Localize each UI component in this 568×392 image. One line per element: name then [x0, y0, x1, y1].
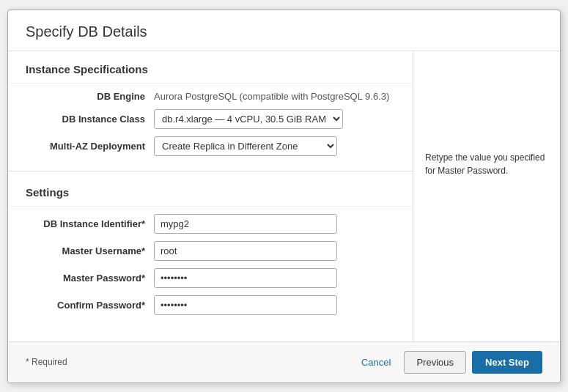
db-identifier-label: DB Instance Identifier*	[26, 218, 154, 229]
db-instance-class-select[interactable]: db.r4.xlarge — 4 vCPU, 30.5 GiB RAM	[154, 109, 343, 129]
footer-buttons: Cancel Previous Next Step	[354, 351, 542, 374]
confirm-password-label: Confirm Password*	[26, 300, 154, 311]
db-engine-row: DB Engine Aurora PostgreSQL (compatible …	[26, 91, 395, 102]
footer: * Required Cancel Previous Next Step	[8, 341, 560, 382]
master-password-row: Master Password*	[26, 268, 395, 288]
hint-text: Retype the value you specified for Maste…	[425, 63, 548, 177]
main-window: Specify DB Details Instance Specificatio…	[7, 10, 561, 383]
confirm-password-input[interactable]	[154, 295, 337, 315]
multi-az-select[interactable]: Create Replica in Different Zone	[154, 136, 337, 156]
confirm-password-row: Confirm Password*	[26, 295, 395, 315]
multi-az-label: Multi-AZ Deployment	[26, 141, 154, 152]
master-password-input[interactable]	[154, 268, 337, 288]
settings-form: DB Instance Identifier* Master Username*…	[8, 207, 413, 330]
next-step-button[interactable]: Next Step	[472, 351, 542, 374]
cancel-button[interactable]: Cancel	[354, 352, 398, 372]
db-instance-class-row: DB Instance Class db.r4.xlarge — 4 vCPU,…	[26, 109, 395, 129]
settings-section: Settings DB Instance Identifier* Master …	[8, 174, 413, 330]
multi-az-row: Multi-AZ Deployment Create Replica in Di…	[26, 136, 395, 156]
instance-specs-title: Instance Specifications	[8, 51, 413, 84]
page-title: Specify DB Details	[8, 10, 560, 51]
previous-button[interactable]: Previous	[404, 351, 466, 374]
master-password-label: Master Password*	[26, 273, 154, 284]
divider	[8, 171, 413, 171]
left-panel: Instance Specifications DB Engine Aurora…	[8, 51, 413, 341]
db-instance-class-label: DB Instance Class	[26, 114, 154, 125]
db-identifier-input[interactable]	[154, 214, 337, 234]
db-engine-value: Aurora PostgreSQL (compatible with Postg…	[154, 91, 389, 102]
required-note: * Required	[26, 357, 354, 367]
instance-specs-section: DB Engine Aurora PostgreSQL (compatible …	[8, 84, 413, 171]
db-engine-label: DB Engine	[26, 91, 154, 102]
main-content: Instance Specifications DB Engine Aurora…	[8, 51, 560, 341]
master-username-input[interactable]	[154, 241, 337, 261]
master-username-label: Master Username*	[26, 245, 154, 256]
db-identifier-row: DB Instance Identifier*	[26, 214, 395, 234]
master-username-row: Master Username*	[26, 241, 395, 261]
settings-title: Settings	[8, 174, 413, 207]
right-panel: Retype the value you specified for Maste…	[413, 51, 560, 341]
